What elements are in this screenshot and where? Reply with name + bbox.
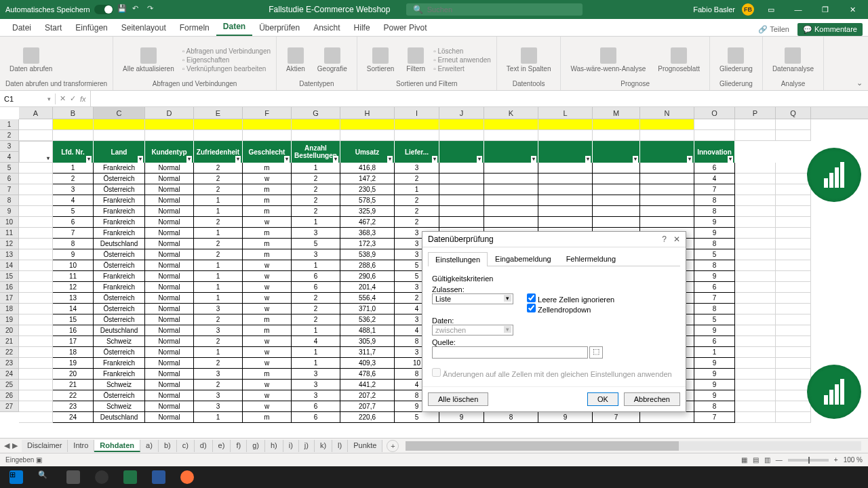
column-header[interactable]: F bbox=[243, 107, 292, 119]
collapse-ribbon-icon[interactable]: ⌄ bbox=[856, 79, 863, 87]
data-select[interactable]: zwischen bbox=[432, 325, 513, 336]
minimize-icon[interactable]: — bbox=[788, 0, 808, 19]
cell[interactable]: 3 bbox=[292, 390, 340, 401]
cell[interactable] bbox=[593, 163, 640, 174]
ignore-blank-checkbox[interactable]: Leere Zellen ignorieren bbox=[527, 296, 614, 304]
user-avatar[interactable]: FB bbox=[742, 3, 754, 16]
cell[interactable]: 467,2 bbox=[340, 217, 395, 228]
cell[interactable]: 9 bbox=[694, 228, 735, 239]
cell[interactable]: m bbox=[243, 369, 292, 380]
cell[interactable]: m bbox=[243, 206, 292, 217]
cell[interactable]: 9 bbox=[694, 369, 735, 380]
column-header[interactable]: K bbox=[484, 107, 538, 119]
cell[interactable]: 7 bbox=[53, 228, 94, 239]
ribbon-small-button[interactable]: ▫ Abfragen und Verbindungen bbox=[182, 47, 271, 55]
row-header[interactable]: 5 bbox=[0, 163, 18, 174]
cell[interactable] bbox=[776, 130, 811, 141]
cell[interactable] bbox=[439, 195, 484, 206]
cell[interactable]: Österreich bbox=[94, 347, 145, 358]
zoom-out-icon[interactable]: — bbox=[776, 456, 783, 464]
cell[interactable]: 5 bbox=[292, 239, 340, 249]
cell[interactable] bbox=[53, 130, 94, 141]
cell[interactable]: 5 bbox=[53, 206, 94, 217]
cell[interactable]: w bbox=[243, 174, 292, 184]
ribbon-button[interactable]: Gliederung bbox=[715, 46, 757, 74]
cell[interactable]: Normal bbox=[145, 206, 194, 217]
cell[interactable]: Normal bbox=[145, 304, 194, 314]
cell[interactable]: Österreich bbox=[94, 304, 145, 314]
row-header[interactable]: 16 bbox=[0, 282, 18, 293]
cell[interactable]: Normal bbox=[145, 347, 194, 358]
table-header[interactable] bbox=[593, 141, 640, 163]
cell[interactable]: w bbox=[243, 293, 292, 304]
cell[interactable]: Frankreich bbox=[94, 271, 145, 282]
cell[interactable]: 2 bbox=[194, 358, 243, 369]
sheet-tab[interactable]: e) bbox=[213, 440, 231, 452]
ribbon-button[interactable]: Was-wäre-wenn-Analyse bbox=[566, 46, 650, 74]
row-header[interactable]: 14 bbox=[0, 260, 18, 271]
cell[interactable]: 1 bbox=[194, 412, 243, 423]
cell[interactable]: 305,9 bbox=[340, 336, 395, 347]
cell[interactable]: 488,1 bbox=[340, 325, 395, 336]
cell[interactable]: 325,9 bbox=[340, 206, 395, 217]
cell[interactable] bbox=[640, 412, 694, 423]
cell[interactable]: 3 bbox=[194, 390, 243, 401]
row-header[interactable]: 23 bbox=[0, 358, 18, 369]
cancel-entry-icon[interactable]: ✕ bbox=[60, 94, 66, 103]
cell[interactable]: 4 bbox=[694, 174, 735, 184]
cell[interactable] bbox=[640, 119, 694, 130]
ribbon-tab-seitenlayout[interactable]: Seitenlayout bbox=[115, 20, 173, 36]
cell[interactable]: Normal bbox=[145, 271, 194, 282]
cell[interactable] bbox=[340, 130, 395, 141]
cell[interactable] bbox=[640, 206, 694, 217]
cell[interactable]: 6 bbox=[292, 412, 340, 423]
cell[interactable]: 290,6 bbox=[340, 271, 395, 282]
row-header[interactable]: 2 bbox=[0, 130, 18, 141]
cell[interactable]: 2 bbox=[194, 249, 243, 260]
cell[interactable]: w bbox=[243, 336, 292, 347]
cell[interactable] bbox=[243, 130, 292, 141]
row-header[interactable]: 24 bbox=[0, 369, 18, 380]
cell[interactable] bbox=[640, 217, 694, 228]
cell[interactable] bbox=[194, 119, 243, 130]
cell[interactable]: 201,4 bbox=[340, 282, 395, 293]
cell[interactable]: 441,2 bbox=[340, 380, 395, 390]
ribbon-tab-ansicht[interactable]: Ansicht bbox=[307, 20, 347, 36]
row-header[interactable]: 20 bbox=[0, 325, 18, 336]
cell[interactable]: 1 bbox=[694, 347, 735, 358]
add-sheet-button[interactable]: + bbox=[387, 440, 399, 452]
cell[interactable] bbox=[19, 119, 53, 130]
cell[interactable]: 3 bbox=[194, 325, 243, 336]
cell[interactable]: 16 bbox=[53, 325, 94, 336]
cell[interactable] bbox=[94, 130, 145, 141]
cell[interactable]: m bbox=[243, 412, 292, 423]
cell[interactable]: 3 bbox=[292, 380, 340, 390]
table-header[interactable] bbox=[439, 141, 484, 163]
cell[interactable]: 147,2 bbox=[340, 174, 395, 184]
cell[interactable]: 7 bbox=[694, 293, 735, 304]
ok-button[interactable]: OK bbox=[587, 392, 618, 406]
table-header[interactable]: Umsatz bbox=[340, 141, 395, 163]
cell[interactable]: Deutschland bbox=[94, 325, 145, 336]
cell[interactable]: Schweiz bbox=[94, 380, 145, 390]
sheet-tab[interactable]: l) bbox=[332, 440, 348, 452]
firefox-taskbar-icon[interactable] bbox=[174, 466, 201, 488]
cell[interactable]: 23 bbox=[53, 401, 94, 412]
cell[interactable]: 2 bbox=[292, 184, 340, 195]
zoom-level[interactable]: 100 % bbox=[844, 456, 863, 464]
row-header[interactable]: 4 bbox=[0, 152, 18, 163]
cell[interactable]: m bbox=[243, 195, 292, 206]
prev-sheet-icon[interactable]: ◀ bbox=[4, 441, 9, 450]
dialog-tab[interactable]: Eingabemeldung bbox=[488, 251, 559, 266]
cell[interactable]: 8 bbox=[694, 195, 735, 206]
cell[interactable] bbox=[593, 206, 640, 217]
cell[interactable]: w bbox=[243, 380, 292, 390]
autosave-toggle[interactable] bbox=[94, 5, 113, 14]
save-icon[interactable]: 💾 bbox=[117, 4, 128, 15]
cell[interactable]: Österreich bbox=[94, 260, 145, 271]
cell[interactable] bbox=[640, 195, 694, 206]
cell[interactable]: m bbox=[243, 239, 292, 249]
cell[interactable]: Schweiz bbox=[94, 401, 145, 412]
cell[interactable]: Normal bbox=[145, 293, 194, 304]
cell[interactable] bbox=[439, 174, 484, 184]
